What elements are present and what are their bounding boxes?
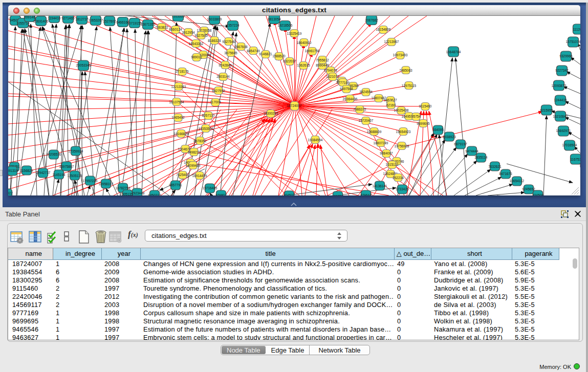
svg-text:15300293: 15300293 bbox=[264, 112, 278, 115]
svg-text:6879197: 6879197 bbox=[454, 142, 467, 146]
svg-text:19166825: 19166825 bbox=[174, 132, 189, 136]
svg-text:16914479: 16914479 bbox=[192, 174, 207, 178]
svg-text:12213967: 12213967 bbox=[384, 40, 399, 43]
svg-text:9271465: 9271465 bbox=[61, 16, 75, 20]
svg-text:505135: 505135 bbox=[122, 192, 133, 195]
svg-text:945022: 945022 bbox=[8, 191, 13, 195]
svg-text:20691406: 20691406 bbox=[34, 19, 49, 23]
svg-text:18640910: 18640910 bbox=[297, 41, 312, 45]
svg-text:2803144: 2803144 bbox=[216, 75, 230, 78]
svg-text:17359924: 17359924 bbox=[69, 149, 83, 153]
svg-text:14099489: 14099489 bbox=[186, 164, 201, 167]
svg-text:9450212: 9450212 bbox=[148, 193, 161, 195]
svg-text:17016504: 17016504 bbox=[562, 143, 577, 147]
svg-text:979807: 979807 bbox=[215, 193, 227, 195]
svg-text:16782759: 16782759 bbox=[116, 186, 130, 190]
svg-text:117008: 117008 bbox=[210, 100, 221, 104]
svg-text:15751074: 15751074 bbox=[566, 40, 580, 43]
svg-text:9899695: 9899695 bbox=[417, 122, 430, 125]
svg-text:989011: 989011 bbox=[191, 55, 202, 59]
svg-text:7515526: 7515526 bbox=[171, 16, 185, 18]
svg-text:252234: 252234 bbox=[393, 176, 404, 180]
svg-text:10973493: 10973493 bbox=[393, 53, 408, 57]
svg-text:7485063: 7485063 bbox=[399, 69, 412, 72]
svg-text:9474444: 9474444 bbox=[465, 149, 478, 153]
svg-text:13325419: 13325419 bbox=[287, 32, 302, 35]
svg-text:3498222: 3498222 bbox=[187, 150, 201, 154]
svg-text:18724007: 18724007 bbox=[287, 104, 302, 107]
svg-text:7625402: 7625402 bbox=[176, 173, 189, 177]
svg-text:1362615: 1362615 bbox=[297, 63, 310, 67]
svg-text:1615112: 1615112 bbox=[386, 163, 399, 166]
svg-text:1965492: 1965492 bbox=[171, 116, 185, 119]
svg-text:10688609: 10688609 bbox=[367, 130, 382, 134]
svg-text:12505135: 12505135 bbox=[68, 174, 82, 178]
svg-text:164095: 164095 bbox=[432, 128, 444, 132]
svg-text:95754: 95754 bbox=[411, 115, 421, 118]
svg-text:3912954: 3912954 bbox=[182, 31, 195, 34]
svg-text:9884067: 9884067 bbox=[380, 151, 393, 155]
svg-text:16961758: 16961758 bbox=[305, 49, 320, 53]
svg-text:116753: 116753 bbox=[570, 158, 580, 161]
svg-text:16671355: 16671355 bbox=[141, 23, 156, 26]
svg-text:6497568: 6497568 bbox=[340, 87, 353, 91]
svg-text:8427552: 8427552 bbox=[212, 89, 225, 93]
svg-text:9242848: 9242848 bbox=[219, 63, 232, 67]
svg-text:19756928: 19756928 bbox=[395, 144, 409, 148]
svg-text:8186328: 8186328 bbox=[208, 39, 221, 42]
svg-text:16210643: 16210643 bbox=[553, 115, 568, 118]
svg-text:9227342: 9227342 bbox=[555, 69, 569, 72]
svg-text:9329966: 9329966 bbox=[559, 54, 573, 58]
svg-text:1527602: 1527602 bbox=[103, 19, 116, 23]
svg-text:1621072: 1621072 bbox=[326, 75, 339, 78]
svg-text:20364436: 20364436 bbox=[343, 97, 358, 101]
svg-text:15720407: 15720407 bbox=[359, 119, 374, 122]
svg-text:3824554: 3824554 bbox=[359, 90, 373, 94]
svg-text:8471676: 8471676 bbox=[499, 172, 512, 176]
svg-text:7357224: 7357224 bbox=[226, 24, 239, 27]
svg-text:12942737: 12942737 bbox=[36, 171, 51, 174]
svg-text:3675685: 3675685 bbox=[224, 51, 237, 55]
svg-text:10654112: 10654112 bbox=[510, 179, 525, 183]
svg-text:1733426: 1733426 bbox=[396, 187, 409, 191]
svg-text:15716485: 15716485 bbox=[203, 186, 217, 190]
svg-text:8267110: 8267110 bbox=[202, 114, 215, 117]
svg-text:8938923: 8938923 bbox=[443, 135, 456, 139]
svg-text:8660124: 8660124 bbox=[169, 28, 182, 31]
svg-text:19384554: 19384554 bbox=[308, 138, 323, 142]
svg-text:13353594: 13353594 bbox=[199, 127, 213, 130]
svg-text:7986372: 7986372 bbox=[353, 107, 366, 111]
svg-text:6794078: 6794078 bbox=[324, 69, 337, 72]
svg-text:1194410: 1194410 bbox=[48, 16, 61, 20]
svg-text:14136141: 14136141 bbox=[373, 184, 387, 188]
svg-text:15692971: 15692971 bbox=[556, 129, 571, 133]
svg-text:8813054: 8813054 bbox=[268, 17, 281, 21]
svg-text:7663822: 7663822 bbox=[155, 26, 168, 29]
svg-text:2835114: 2835114 bbox=[475, 156, 488, 159]
svg-text:1244415: 1244415 bbox=[554, 98, 567, 102]
svg-text:9115460: 9115460 bbox=[419, 104, 432, 108]
svg-text:6322037: 6322037 bbox=[283, 59, 296, 63]
svg-text:10958107: 10958107 bbox=[99, 182, 114, 186]
svg-text:62160: 62160 bbox=[386, 103, 396, 107]
svg-text:1145194: 1145194 bbox=[53, 173, 66, 177]
svg-text:100782: 100782 bbox=[332, 194, 343, 195]
svg-text:1588520: 1588520 bbox=[272, 54, 286, 58]
svg-text:7955812: 7955812 bbox=[316, 58, 329, 62]
svg-text:209146: 209146 bbox=[24, 16, 35, 19]
svg-text:12213363: 12213363 bbox=[171, 85, 186, 89]
svg-text:8215955: 8215955 bbox=[540, 108, 553, 112]
svg-text:19654923: 19654923 bbox=[396, 130, 411, 134]
svg-text:111205: 111205 bbox=[573, 28, 580, 31]
svg-text:16648784: 16648784 bbox=[446, 50, 461, 54]
svg-text:18807249: 18807249 bbox=[374, 141, 388, 145]
svg-text:12093873: 12093873 bbox=[552, 84, 567, 87]
svg-text:2718176: 2718176 bbox=[176, 70, 189, 73]
svg-text:2087682: 2087682 bbox=[365, 18, 378, 22]
svg-text:8454749: 8454749 bbox=[247, 49, 260, 53]
svg-text:10025438: 10025438 bbox=[394, 108, 409, 112]
svg-text:1812737: 1812737 bbox=[75, 17, 89, 21]
svg-text:1156829: 1156829 bbox=[20, 169, 33, 172]
svg-text:16107554: 16107554 bbox=[169, 100, 184, 104]
svg-text:924509: 924509 bbox=[532, 193, 543, 195]
